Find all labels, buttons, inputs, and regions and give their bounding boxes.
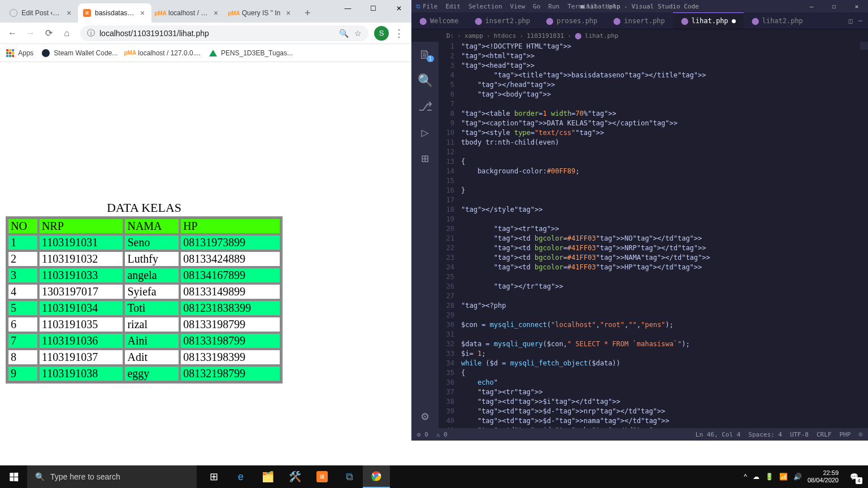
editor-tab[interactable]: ⬤proses.php <box>538 12 605 29</box>
code-line[interactable]: "tag"><td bgcolor=#41FF03"tag">>NRP"tag"… <box>461 243 868 253</box>
code-line[interactable]: "tag"><td bgcolor=#41FF03"tag">>NAMA"tag… <box>461 253 868 263</box>
close-icon[interactable]: × <box>211 8 220 18</box>
split-editor-icon[interactable]: ◫ <box>849 17 853 25</box>
menu-item[interactable]: Go <box>533 3 540 10</box>
editor-tab[interactable]: ⬤lihat.php <box>673 12 744 29</box>
breadcrumb[interactable]: D:› xampp› htdocs› 1103191031› ⬤ lihat.p… <box>411 29 868 42</box>
code-line[interactable]: "tag"><tr"tag">> <box>461 224 868 234</box>
maximize-button[interactable]: ☐ <box>361 0 386 17</box>
code-line[interactable]: { <box>461 368 868 378</box>
close-window-button[interactable]: ✕ <box>845 0 868 12</box>
breadcrumb-segment[interactable]: lihat.php <box>585 32 619 40</box>
code-line[interactable]: echo" <box>461 378 868 387</box>
home-button[interactable]: ⌂ <box>59 25 75 41</box>
bookmark-apps[interactable]: Apps <box>6 49 33 58</box>
site-info-icon[interactable]: ⓘ <box>87 28 95 38</box>
minimize-button[interactable]: — <box>335 0 361 17</box>
code-line[interactable]: "tag"><td"tag">>$d-"tag">>hp"tag"></td"t… <box>461 426 868 428</box>
code-line[interactable]: "tag"><html"tag">> <box>461 51 868 61</box>
taskbar-clock[interactable]: 22:59 08/04/2020 <box>808 469 839 484</box>
code-line[interactable]: } <box>461 186 868 195</box>
start-button[interactable] <box>0 465 27 488</box>
code-line[interactable]: "tag"><tr"tag">> <box>461 387 868 397</box>
close-icon[interactable]: × <box>64 8 73 18</box>
status-feedback-icon[interactable]: ☺ <box>858 431 862 438</box>
edge-icon[interactable]: e <box>227 465 254 488</box>
tray-chevron-icon[interactable]: ^ <box>744 473 747 481</box>
code-line[interactable]: "tag"><?php <box>461 301 868 311</box>
settings-gear-icon[interactable]: ⚙ <box>418 409 432 422</box>
address-bar[interactable]: ⓘ localhost/1103191031/lihat.php 🔍 ☆ <box>80 25 368 41</box>
code-editor[interactable]: 1"tag"><!DOCTYPE HTML"tag">>2"tag"><html… <box>439 42 868 428</box>
code-line[interactable]: $con = mysqli_connect("localhost","root"… <box>461 320 868 330</box>
code-line[interactable]: "tag"><table border=1 width=70%"tag">> <box>461 109 868 119</box>
code-line[interactable]: $i= 1; <box>461 349 868 359</box>
breadcrumb-segment[interactable]: xampp <box>465 32 483 40</box>
zoom-icon[interactable]: 🔍 <box>339 29 349 38</box>
source-control-icon[interactable]: ⎇ <box>418 99 432 113</box>
status-eol[interactable]: CRLF <box>817 431 832 438</box>
code-line[interactable] <box>461 215 868 224</box>
xampp-icon[interactable]: ळ <box>309 465 336 488</box>
breadcrumb-segment[interactable]: D: <box>446 32 454 40</box>
code-line[interactable]: "tag"><td bgcolor=#41FF03"tag">>HP"tag">… <box>461 263 868 272</box>
code-line[interactable]: "tag"><td"tag">>$d-"tag">>nama"tag"></td… <box>461 416 868 426</box>
editor-tab[interactable]: ⬤insert2.php <box>467 12 538 29</box>
menu-item[interactable]: Edit <box>446 3 461 10</box>
editor-tab[interactable]: ⬤lihat2.php <box>744 12 811 29</box>
chrome-menu-button[interactable]: ⋮ <box>391 27 407 40</box>
status-indent[interactable]: Spaces: 4 <box>748 431 782 438</box>
code-line[interactable]: "tag"><body"tag">> <box>461 90 868 99</box>
editor-tab[interactable]: ⬤insert.php <box>605 12 672 29</box>
code-line[interactable] <box>461 272 868 282</box>
breadcrumb-segment[interactable]: htdocs <box>494 32 517 40</box>
bookmark-steam[interactable]: Steam Wallet Code... <box>41 49 118 58</box>
bookmark-pens[interactable]: PENS_1D3EB_Tugas... <box>209 49 293 58</box>
bookmark-star-icon[interactable]: ☆ <box>354 29 362 38</box>
taskbar-search[interactable]: 🔍 Type here to search <box>27 465 197 488</box>
code-line[interactable] <box>461 195 868 205</box>
breadcrumb-segment[interactable]: 1103191031 <box>527 32 564 40</box>
code-line[interactable] <box>461 176 868 186</box>
code-line[interactable]: "tag"></style"tag">> <box>461 205 868 215</box>
menu-item[interactable]: Run <box>548 3 559 10</box>
status-encoding[interactable]: UTF-8 <box>790 431 809 438</box>
close-icon[interactable]: × <box>284 8 293 18</box>
menu-item[interactable]: File <box>423 3 438 10</box>
app-icon[interactable]: 🛠️ <box>281 465 309 488</box>
file-explorer-icon[interactable]: 🗂️ <box>254 465 281 488</box>
new-tab-button[interactable]: + <box>300 5 315 21</box>
chrome-tab-2[interactable]: pMA localhost / 12 × <box>151 3 225 23</box>
code-line[interactable]: "tag"></tr"tag">> <box>461 282 868 291</box>
more-actions-icon[interactable]: ⋯ <box>858 17 862 25</box>
reload-button[interactable]: ⟳ <box>41 25 57 41</box>
forward-button[interactable]: → <box>23 25 38 41</box>
status-cursor-pos[interactable]: Ln 46, Col 4 <box>696 431 740 438</box>
code-line[interactable]: "tag"><td"tag">>$d-"tag">>nrp"tag"></td"… <box>461 407 868 416</box>
action-center-button[interactable]: 💬4 <box>844 468 863 485</box>
code-line[interactable]: "tag"><title"tag">>basisdataseno"tag"></… <box>461 71 868 80</box>
code-line[interactable]: while ($d = mysqli_fetch_object($data)) <box>461 359 868 368</box>
explorer-icon[interactable]: 🗎1 <box>418 47 432 61</box>
search-icon[interactable]: 🔍 <box>418 73 432 87</box>
minimap[interactable] <box>860 42 868 428</box>
close-icon[interactable]: × <box>138 8 147 18</box>
code-line[interactable]: "tag"><!DOCTYPE HTML"tag">> <box>461 42 868 51</box>
code-line[interactable] <box>461 147 868 157</box>
run-debug-icon[interactable]: ▷ <box>418 125 432 139</box>
back-button[interactable]: ← <box>5 25 20 41</box>
code-line[interactable]: $data = mysqli_query($con," SELECT * FRO… <box>461 339 868 349</box>
profile-avatar[interactable]: S <box>374 26 389 41</box>
close-window-button[interactable]: ✕ <box>386 0 411 17</box>
status-warnings[interactable]: ⚠ 0 <box>436 431 448 438</box>
chrome-tab-3[interactable]: pMA Query IS " In × <box>225 3 297 23</box>
code-line[interactable]: "tag"><td bgcolor=#41FF03"tag">>NO"tag">… <box>461 234 868 243</box>
extensions-icon[interactable]: ⊞ <box>418 151 432 165</box>
vscode-icon[interactable]: ⧉ <box>336 465 363 488</box>
chrome-tab-0[interactable]: Edit Post ‹ Re × <box>5 3 78 23</box>
menu-item[interactable]: Selection <box>468 3 502 10</box>
chrome-icon[interactable] <box>363 465 390 488</box>
code-line[interactable]: "tag"><td"tag">>$i"tag"></td"tag">> <box>461 397 868 407</box>
onedrive-icon[interactable]: ☁ <box>753 473 760 481</box>
task-view-button[interactable]: ⊞ <box>200 465 227 488</box>
